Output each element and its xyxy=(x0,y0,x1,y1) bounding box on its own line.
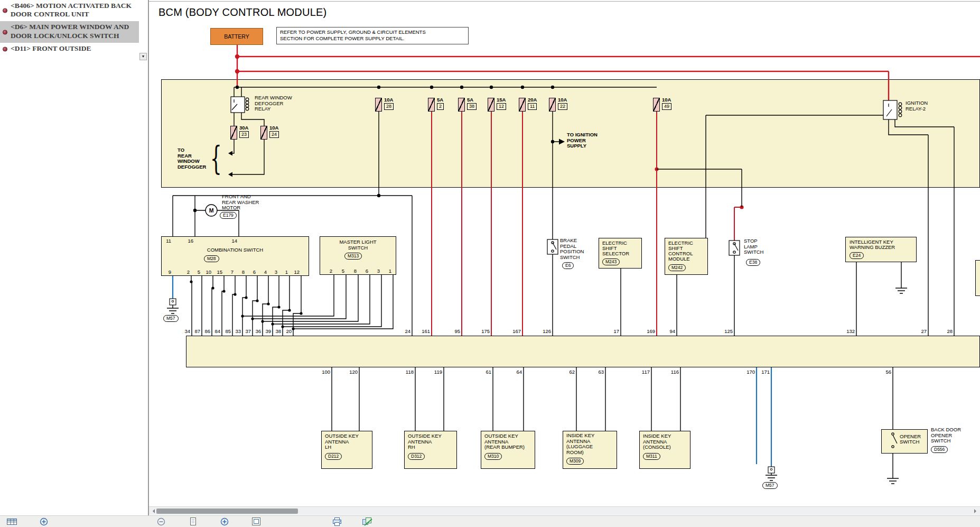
bcm-bottom-pin: 64 xyxy=(516,369,522,375)
zoom-out-icon[interactable] xyxy=(156,517,168,526)
fuse-amp: 5A xyxy=(467,97,473,103)
grid-view-icon[interactable] xyxy=(6,517,18,526)
scroll-right-arrow-icon[interactable] xyxy=(974,509,978,513)
defogger-relay-label: REAR WINDOWDEFOGGERRELAY xyxy=(255,95,292,112)
sidebar-scroll-down-button[interactable]: ▼ xyxy=(139,53,147,60)
fuse-23: 30A 23 xyxy=(230,126,237,140)
app-window: COMBINATION SWITCH M28 MASTER LIGHT SWIT… xyxy=(0,0,980,527)
battery-box: BATTERY xyxy=(210,28,263,45)
bcm-top-pin: 85 xyxy=(225,328,231,334)
fuse-slot: 12 xyxy=(497,103,506,110)
fuse-slot: 22 xyxy=(558,103,567,110)
sidebar-item-label: <B406> MOTION ACTIVATED BACK DOOR CONTRO… xyxy=(11,2,132,18)
cs-bottom-pin: 3 xyxy=(275,269,277,275)
print-icon[interactable] xyxy=(332,517,343,526)
fuse-slot: 2 xyxy=(437,103,444,110)
cs-bottom-pin: 15 xyxy=(217,269,222,275)
fuse-slot: 28 xyxy=(384,103,394,110)
bcm-bottom-pin: 120 xyxy=(349,369,358,375)
bcm-top-pin: 161 xyxy=(422,328,430,334)
cs-top-pin: 14 xyxy=(231,238,237,244)
annotate-icon[interactable] xyxy=(361,517,377,526)
fuse-amp: 10A xyxy=(662,97,671,103)
bcm-top-pin: 169 xyxy=(647,328,655,334)
zoom-in-icon[interactable] xyxy=(220,517,231,526)
scroll-left-arrow-icon[interactable] xyxy=(151,509,155,513)
bcm-bottom-pin: 116 xyxy=(671,369,679,375)
bcm-top-pin: 87 xyxy=(194,328,200,334)
fuse-28: 10A 28 xyxy=(375,98,382,112)
bcm-bottom-pin: 119 xyxy=(434,369,442,375)
note-line-2: SECTION FOR COMPLETE POWER SUPPLY DETAIL… xyxy=(280,35,465,42)
horizontal-scrollbar[interactable] xyxy=(149,506,980,515)
mls-bottom-pin: 8 xyxy=(354,268,357,274)
sidebar-item-d11[interactable]: <D11> FRONT OUTSIDE xyxy=(0,43,139,56)
fuse-22: 10A 22 xyxy=(549,98,556,112)
fuse-amp: 20A xyxy=(528,97,537,103)
bcm-top-pin: 33 xyxy=(235,328,241,334)
zoom-in-icon[interactable] xyxy=(39,517,51,526)
fuse-11: 20A 11 xyxy=(519,98,526,112)
ignition-relay-label: IGNITIONRELAY-2 xyxy=(906,100,928,112)
fuse-icon xyxy=(375,98,382,112)
bcm-top-pin: 27 xyxy=(921,328,927,334)
brace-glyph: { xyxy=(210,142,222,175)
component-list-sidebar: <B406> MOTION ACTIVATED BACK DOOR CONTRO… xyxy=(0,0,148,515)
bcm-bottom-pin: 62 xyxy=(569,369,575,375)
mls-bottom-pin: 5 xyxy=(342,268,344,274)
bcm-top-pin: 126 xyxy=(543,328,551,334)
page-icon[interactable] xyxy=(188,517,200,526)
connector-m57: M57 xyxy=(163,315,179,322)
bcm-top-pin: 36 xyxy=(255,328,261,334)
cs-bottom-pin: 8 xyxy=(242,269,245,275)
page-title: BCM (BODY CONTROL MODULE) xyxy=(158,6,326,19)
bcm-top-pin: 175 xyxy=(481,328,490,334)
sidebar-item-b406[interactable]: <B406> MOTION ACTIVATED BACK DOOR CONTRO… xyxy=(0,0,139,21)
connector-d556: D556 xyxy=(931,446,948,453)
fuse-icon xyxy=(260,126,267,140)
connector-e179: E179 xyxy=(220,212,237,219)
sidebar-item-label: <D11> FRONT OUTSIDE xyxy=(11,44,91,52)
fuse-icon xyxy=(230,126,237,140)
fuse-amp: 10A xyxy=(558,97,567,103)
washer-motor-label: FRONT ANDREAR WASHERMOTOR xyxy=(222,194,259,211)
sidebar-item-label: <D6> MAIN POWER WINDOW AND DOOR LOCK/UNL… xyxy=(11,23,129,39)
connector-e38: E38 xyxy=(746,259,760,266)
sidebar-item-d6-selected[interactable]: <D6> MAIN POWER WINDOW AND DOOR LOCK/UNL… xyxy=(0,21,139,42)
fuse-icon xyxy=(519,98,526,112)
fuse-slot: 49 xyxy=(662,103,671,110)
cs-bottom-pin: 10 xyxy=(206,269,211,275)
scrollbar-thumb[interactable] xyxy=(156,508,298,514)
fuse-slot: 23 xyxy=(239,131,249,138)
connector-e6: E6 xyxy=(562,262,574,269)
to-ignition-label: TO IGNITIONPOWERSUPPLY xyxy=(567,132,598,149)
bcm-top-pin: 34 xyxy=(184,328,190,334)
fuse-amp: 5A xyxy=(437,97,443,103)
bullet-icon xyxy=(3,8,7,13)
pane-divider xyxy=(148,0,149,515)
bcm-top-pin: 125 xyxy=(724,328,733,334)
fuse-icon xyxy=(458,98,465,112)
fit-page-icon[interactable] xyxy=(251,517,263,526)
bcm-top-pin: 167 xyxy=(512,328,521,334)
bcm-top-pin: 132 xyxy=(846,328,855,334)
note-line-1: REFER TO POWER SUPPLY, GROUND & CIRCUIT … xyxy=(280,29,465,35)
fuse-slot: 38 xyxy=(467,103,477,110)
bcm-top-pin: 95 xyxy=(454,328,460,334)
mls-bottom-pin: 2 xyxy=(330,268,332,274)
cs-bottom-pin: 9 xyxy=(169,269,171,275)
power-supply-note: REFER TO POWER SUPPLY, GROUND & CIRCUIT … xyxy=(276,27,469,44)
fuse-49: 10A 49 xyxy=(653,98,660,112)
bcm-bottom-pin: 56 xyxy=(885,369,891,375)
fuse-icon xyxy=(653,98,660,112)
cs-top-pin: 16 xyxy=(188,238,193,244)
fuse-amp: 10A xyxy=(269,125,278,131)
bcm-top-pin: 84 xyxy=(214,328,220,334)
fuse-icon xyxy=(428,98,435,112)
fuse-icon xyxy=(488,98,494,112)
fuse-amp: 30A xyxy=(239,125,248,131)
bcm-top-pin: 39 xyxy=(265,328,271,334)
bcm-top-pin: 24 xyxy=(405,328,410,334)
bcm-top-pin: 94 xyxy=(669,328,675,334)
mls-bottom-pin: 1 xyxy=(389,268,391,274)
